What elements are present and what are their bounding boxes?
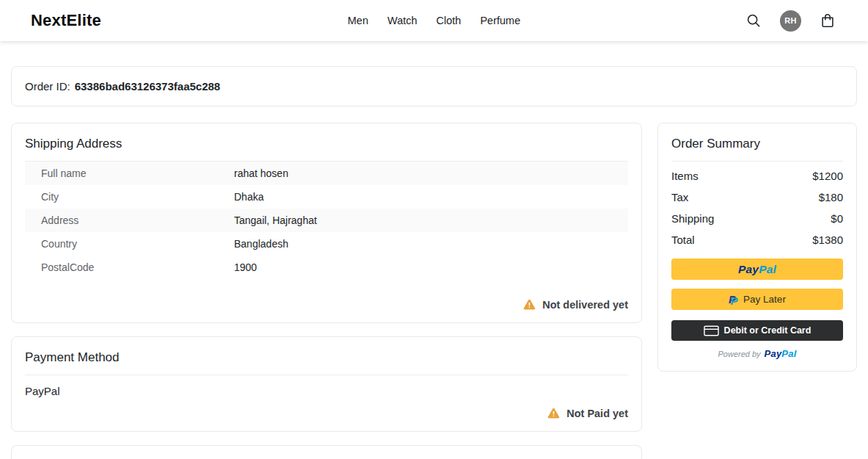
paypal-button[interactable]: PayPal xyxy=(671,259,843,280)
pay-later-button[interactable]: P P Pay Later xyxy=(671,289,843,310)
paypal-logo-small: PayPal xyxy=(765,348,797,359)
user-avatar[interactable]: RH xyxy=(780,10,801,32)
row-value: Bangladesh xyxy=(234,238,288,250)
order-items-card-cutoff xyxy=(11,445,642,459)
row-label: Full name xyxy=(25,167,234,179)
table-row: PostalCode 1900 xyxy=(25,256,628,279)
shipping-table: Full name rahat hosen City Dhaka Address… xyxy=(25,162,628,279)
row-label: Country xyxy=(25,238,234,250)
paypal-p-icon: P P xyxy=(729,293,738,306)
nav-item-cloth[interactable]: Cloth xyxy=(437,15,462,26)
delivery-status-text: Not delivered yet xyxy=(542,299,628,311)
debit-credit-card-button[interactable]: Debit or Credit Card xyxy=(671,320,843,341)
logo[interactable]: NextElite xyxy=(31,11,101,30)
row-value: Dhaka xyxy=(234,191,263,203)
nav-item-men[interactable]: Men xyxy=(348,15,368,26)
row-value: $0 xyxy=(831,212,843,225)
row-label: City xyxy=(25,191,234,203)
row-label: Shipping xyxy=(671,212,714,225)
row-value: $1380 xyxy=(812,234,843,246)
summary-rows: Items $1200 Tax $180 Shipping $0 Total $… xyxy=(671,165,843,250)
order-id-card: Order ID: 63386bad63126373faa5c288 xyxy=(11,66,857,106)
payment-status-text: Not Paid yet xyxy=(566,408,628,419)
payment-method-card: Payment Method PayPal Not Paid yet xyxy=(11,336,642,432)
payment-title: Payment Method xyxy=(25,350,628,375)
shipping-address-card: Shipping Address Full name rahat hosen C… xyxy=(11,123,642,323)
table-row: Country Bangladesh xyxy=(25,232,628,256)
credit-card-icon xyxy=(704,325,719,336)
summary-row-total: Total $1380 xyxy=(671,229,843,250)
search-icon[interactable] xyxy=(745,12,762,29)
app-header: NextElite Men Watch Cloth Perfume RH xyxy=(0,0,868,41)
debit-card-label: Debit or Credit Card xyxy=(724,325,812,336)
order-summary-card: Order Summary Items $1200 Tax $180 Shipp… xyxy=(657,123,857,372)
payment-status: Not Paid yet xyxy=(25,407,628,419)
table-row: Address Tangail, Hajraghat xyxy=(25,209,628,232)
row-value: $1200 xyxy=(812,170,843,182)
row-label: Tax xyxy=(671,191,688,203)
row-label: Total xyxy=(671,234,695,246)
delivery-status: Not delivered yet xyxy=(25,298,628,311)
warning-icon xyxy=(523,298,536,311)
summary-title: Order Summary xyxy=(671,137,843,162)
powered-by-paypal: Powered by PayPal xyxy=(671,348,843,359)
row-value: Tangail, Hajraghat xyxy=(234,214,317,226)
payment-method-value: PayPal xyxy=(25,385,628,397)
row-label: Items xyxy=(671,170,699,182)
paypal-logo: PayPal xyxy=(738,263,776,276)
order-id-value: 63386bad63126373faa5c288 xyxy=(75,80,221,93)
row-label: PostalCode xyxy=(25,261,234,273)
row-value: 1900 xyxy=(234,261,257,273)
shipping-title: Shipping Address xyxy=(25,137,628,162)
cart-bag-icon[interactable] xyxy=(820,12,836,29)
nav-item-perfume[interactable]: Perfume xyxy=(480,15,520,26)
nav-item-watch[interactable]: Watch xyxy=(387,15,417,26)
main-nav: Men Watch Cloth Perfume xyxy=(348,15,520,26)
warning-icon xyxy=(547,407,560,419)
summary-row-items: Items $1200 xyxy=(671,165,843,187)
table-row: City Dhaka xyxy=(25,185,628,209)
row-value: rahat hosen xyxy=(234,167,288,179)
row-value: $180 xyxy=(819,191,843,203)
summary-row-shipping: Shipping $0 xyxy=(671,208,843,229)
row-label: Address xyxy=(25,214,234,226)
pay-later-label: Pay Later xyxy=(743,294,786,305)
table-row: Full name rahat hosen xyxy=(25,162,628,185)
order-id-label: Order ID: xyxy=(25,80,70,93)
header-actions: RH xyxy=(745,10,836,32)
summary-row-tax: Tax $180 xyxy=(671,187,843,208)
powered-by-text: Powered by xyxy=(718,350,761,358)
